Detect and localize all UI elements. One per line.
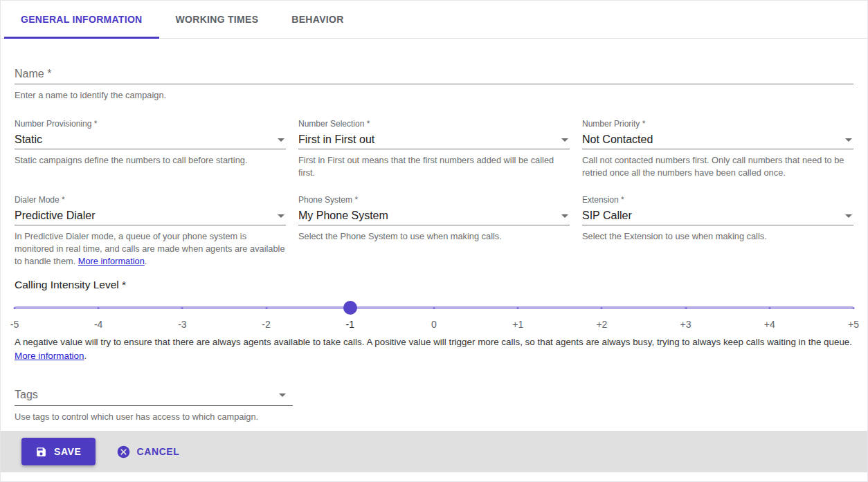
chevron-down-icon	[845, 138, 852, 142]
calling-intensity-label: Calling Intensity Level *	[15, 279, 853, 291]
slider-tick	[517, 307, 519, 309]
slider-tick	[685, 307, 687, 309]
number-provisioning-select[interactable]: Static	[15, 131, 286, 149]
number-priority-field: Number Priority * Not Contacted Call not…	[582, 118, 853, 179]
slider-scale: -5-4-3-2-10+1+2+3+4+5	[15, 319, 853, 331]
chevron-down-icon	[845, 214, 852, 218]
field-hint: Call not contacted numbers first. Only c…	[582, 154, 853, 179]
slider-tick	[601, 307, 603, 309]
tab-label: BEHAVIOR	[291, 14, 343, 25]
extension-select[interactable]: SIP Caller	[582, 207, 853, 225]
general-information-form: Name * Enter a name to identify the camp…	[1, 39, 867, 431]
calling-intensity-slider[interactable]	[15, 301, 853, 315]
slider-tick	[98, 307, 100, 309]
field-label: Number Provisioning *	[15, 118, 286, 129]
select-value: Static	[15, 133, 42, 146]
number-selection-select[interactable]: First in First out	[298, 131, 570, 149]
tab-working-times[interactable]: WORKING TIMES	[159, 1, 275, 38]
phone-system-select[interactable]: My Phone System	[298, 207, 570, 225]
slider-tick-label: +4	[764, 319, 775, 331]
slider-tick	[14, 307, 16, 309]
tab-label: WORKING TIMES	[176, 14, 259, 25]
select-value: Predictive Dialer	[15, 210, 95, 222]
dialer-mode-select[interactable]: Predictive Dialer	[15, 207, 286, 225]
slider-tick-label: -2	[262, 319, 270, 331]
number-selection-field: Number Selection * First in First out Fi…	[298, 118, 570, 179]
field-hint: Static campaigns define the numbers to c…	[15, 154, 286, 167]
select-value: My Phone System	[298, 210, 388, 222]
field-label: Dialer Mode *	[15, 194, 286, 205]
slider-tick	[853, 307, 855, 309]
tags-label: Tags	[15, 388, 38, 402]
form-action-bar: SAVE CANCEL	[1, 431, 867, 472]
slider-tick	[768, 307, 770, 309]
chevron-down-icon	[278, 214, 284, 218]
more-information-link[interactable]: More information	[78, 256, 145, 266]
cancel-icon	[116, 445, 131, 459]
description-text: .	[84, 351, 87, 361]
tab-general-information[interactable]: GENERAL INFORMATION	[4, 1, 159, 38]
bottom-strip	[1, 472, 867, 481]
slider-tick-label: +3	[680, 319, 691, 331]
more-information-link[interactable]: More information	[15, 351, 84, 361]
field-hint: Select the Phone System to use when maki…	[298, 230, 570, 243]
slider-description: A negative value will try to ensure that…	[15, 335, 853, 363]
slider-tick	[265, 307, 267, 309]
slider-tick	[181, 307, 183, 309]
name-input[interactable]: Name *	[15, 68, 853, 84]
hint-text: .	[145, 256, 147, 266]
slider-tick-label: -5	[10, 319, 19, 331]
phone-system-field: Phone System * My Phone System Select th…	[298, 194, 570, 268]
field-label: Phone System *	[298, 194, 570, 205]
dialer-mode-field: Dialer Mode * Predictive Dialer In Predi…	[15, 194, 286, 268]
select-value: Not Contacted	[582, 133, 653, 146]
cancel-button[interactable]: CANCEL	[116, 445, 180, 459]
tab-behavior[interactable]: BEHAVIOR	[275, 1, 360, 38]
slider-tick-label: 0	[431, 319, 437, 331]
slider-tick-label: -1	[346, 319, 354, 331]
tab-label: GENERAL INFORMATION	[21, 14, 143, 25]
slider-tick-label: +2	[596, 319, 607, 331]
tags-field: Tags Use tags to control which user has …	[15, 388, 293, 423]
slider-tick-label: +5	[848, 319, 859, 331]
slider-tick-label: -3	[178, 319, 186, 331]
field-hint: Select the Extension to use when making …	[582, 230, 853, 243]
save-icon	[35, 446, 47, 458]
slider-thumb[interactable]	[343, 301, 357, 315]
chevron-down-icon	[279, 393, 286, 397]
chevron-down-icon	[278, 138, 284, 142]
calling-intensity-section: Calling Intensity Level * -5-4-3-2-10+1+…	[15, 279, 853, 363]
tags-hint: Use tags to control which user has acces…	[15, 411, 293, 423]
save-button[interactable]: SAVE	[21, 438, 96, 465]
extension-field: Extension * SIP Caller Select the Extens…	[582, 194, 853, 268]
field-hint: First in First out means that the first …	[298, 154, 570, 179]
field-hint: In Predictive Dialer mode, a queue of yo…	[15, 230, 286, 268]
slider-tick-label: -4	[94, 319, 102, 331]
name-field: Name * Enter a name to identify the camp…	[15, 68, 853, 102]
campaign-form-panel: GENERAL INFORMATION WORKING TIMES BEHAVI…	[0, 0, 868, 482]
field-label: Extension *	[582, 194, 853, 205]
tags-select[interactable]: Tags	[15, 388, 293, 406]
tab-bar: GENERAL INFORMATION WORKING TIMES BEHAVI…	[1, 1, 867, 39]
select-value: First in First out	[298, 133, 374, 146]
select-value: SIP Caller	[582, 210, 632, 222]
slider-tick	[433, 307, 435, 309]
fields-grid: Number Provisioning * Static Static camp…	[15, 118, 853, 268]
number-priority-select[interactable]: Not Contacted	[582, 131, 853, 149]
description-text: A negative value will try to ensure that…	[15, 337, 852, 347]
field-label: Number Priority *	[582, 118, 853, 129]
number-provisioning-field: Number Provisioning * Static Static camp…	[15, 118, 286, 179]
slider-tick-label: +1	[512, 319, 523, 331]
cancel-button-label: CANCEL	[137, 446, 180, 457]
hint-text: In Predictive Dialer mode, a queue of yo…	[15, 231, 285, 266]
field-label: Number Selection *	[298, 118, 570, 129]
save-button-label: SAVE	[54, 446, 82, 457]
name-hint: Enter a name to identify the campaign.	[15, 89, 853, 102]
chevron-down-icon	[561, 138, 568, 142]
chevron-down-icon	[561, 214, 568, 218]
